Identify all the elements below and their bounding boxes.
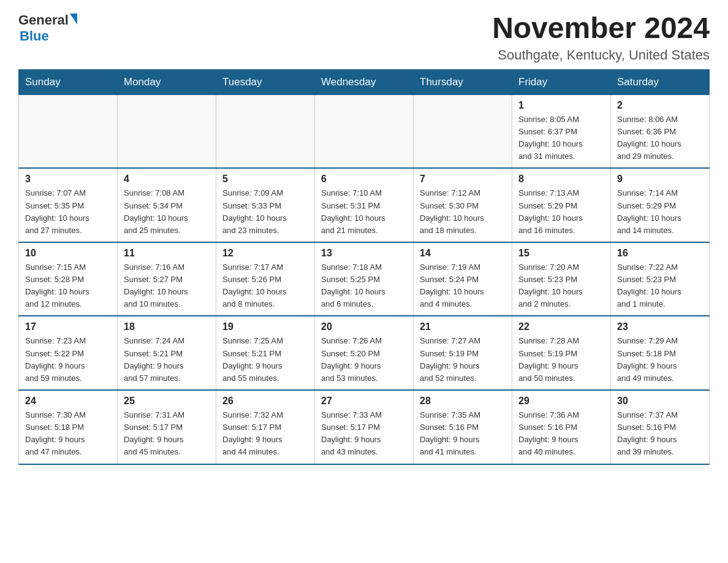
calendar-day-cell: 20Sunrise: 7:26 AM Sunset: 5:20 PM Dayli… bbox=[315, 316, 414, 390]
day-info: Sunrise: 7:24 AM Sunset: 5:21 PM Dayligh… bbox=[124, 335, 210, 385]
day-info: Sunrise: 7:23 AM Sunset: 5:22 PM Dayligh… bbox=[25, 335, 111, 385]
day-number: 10 bbox=[25, 248, 111, 259]
day-info: Sunrise: 7:26 AM Sunset: 5:20 PM Dayligh… bbox=[321, 335, 407, 385]
day-number: 27 bbox=[321, 396, 407, 407]
day-header-wednesday: Wednesday bbox=[315, 69, 414, 94]
calendar-week-row: 10Sunrise: 7:15 AM Sunset: 5:28 PM Dayli… bbox=[19, 242, 710, 316]
day-info: Sunrise: 7:32 AM Sunset: 5:17 PM Dayligh… bbox=[222, 409, 308, 459]
day-info: Sunrise: 8:05 AM Sunset: 6:37 PM Dayligh… bbox=[518, 113, 604, 163]
day-number: 6 bbox=[321, 174, 407, 185]
day-number: 28 bbox=[420, 396, 506, 407]
day-info: Sunrise: 7:28 AM Sunset: 5:19 PM Dayligh… bbox=[518, 335, 604, 385]
day-info: Sunrise: 7:12 AM Sunset: 5:30 PM Dayligh… bbox=[420, 187, 506, 237]
calendar-day-cell bbox=[118, 94, 216, 168]
day-number: 14 bbox=[420, 248, 506, 259]
calendar-day-cell: 6Sunrise: 7:10 AM Sunset: 5:31 PM Daylig… bbox=[315, 168, 414, 242]
calendar-week-row: 24Sunrise: 7:30 AM Sunset: 5:18 PM Dayli… bbox=[19, 390, 710, 464]
title-area: November 2024 Southgate, Kentucky, Unite… bbox=[492, 12, 710, 63]
day-info: Sunrise: 7:10 AM Sunset: 5:31 PM Dayligh… bbox=[321, 187, 407, 237]
day-number: 13 bbox=[321, 248, 407, 259]
logo: General Blue bbox=[18, 12, 77, 44]
calendar-week-row: 17Sunrise: 7:23 AM Sunset: 5:22 PM Dayli… bbox=[19, 316, 710, 390]
day-header-thursday: Thursday bbox=[414, 69, 512, 94]
day-info: Sunrise: 7:15 AM Sunset: 5:28 PM Dayligh… bbox=[25, 261, 111, 311]
day-number: 16 bbox=[617, 248, 703, 259]
day-number: 5 bbox=[222, 174, 308, 185]
calendar-day-cell: 19Sunrise: 7:25 AM Sunset: 5:21 PM Dayli… bbox=[216, 316, 315, 390]
month-title: November 2024 bbox=[492, 12, 710, 45]
calendar-day-cell: 27Sunrise: 7:33 AM Sunset: 5:17 PM Dayli… bbox=[315, 390, 414, 464]
calendar-day-cell: 3Sunrise: 7:07 AM Sunset: 5:35 PM Daylig… bbox=[19, 168, 118, 242]
calendar-day-cell: 18Sunrise: 7:24 AM Sunset: 5:21 PM Dayli… bbox=[118, 316, 216, 390]
day-number: 9 bbox=[617, 174, 703, 185]
day-number: 7 bbox=[420, 174, 506, 185]
day-info: Sunrise: 7:09 AM Sunset: 5:33 PM Dayligh… bbox=[222, 187, 308, 237]
calendar-day-cell: 23Sunrise: 7:29 AM Sunset: 5:18 PM Dayli… bbox=[611, 316, 710, 390]
day-number: 22 bbox=[518, 321, 604, 332]
calendar-day-cell: 15Sunrise: 7:20 AM Sunset: 5:23 PM Dayli… bbox=[512, 242, 611, 316]
calendar-day-cell: 1Sunrise: 8:05 AM Sunset: 6:37 PM Daylig… bbox=[512, 94, 611, 168]
day-number: 19 bbox=[222, 321, 308, 332]
day-header-sunday: Sunday bbox=[19, 69, 118, 94]
calendar-day-cell: 26Sunrise: 7:32 AM Sunset: 5:17 PM Dayli… bbox=[216, 390, 315, 464]
calendar-day-cell: 24Sunrise: 7:30 AM Sunset: 5:18 PM Dayli… bbox=[19, 390, 118, 464]
day-header-monday: Monday bbox=[118, 69, 216, 94]
day-number: 29 bbox=[518, 396, 604, 407]
calendar-day-cell: 30Sunrise: 7:37 AM Sunset: 5:16 PM Dayli… bbox=[611, 390, 710, 464]
calendar-day-cell: 13Sunrise: 7:18 AM Sunset: 5:25 PM Dayli… bbox=[315, 242, 414, 316]
logo-triangle-icon bbox=[70, 13, 77, 25]
day-number: 11 bbox=[124, 248, 210, 259]
calendar-day-cell: 5Sunrise: 7:09 AM Sunset: 5:33 PM Daylig… bbox=[216, 168, 315, 242]
day-number: 4 bbox=[124, 174, 210, 185]
day-info: Sunrise: 7:19 AM Sunset: 5:24 PM Dayligh… bbox=[420, 261, 506, 311]
day-info: Sunrise: 7:29 AM Sunset: 5:18 PM Dayligh… bbox=[617, 335, 703, 385]
day-header-tuesday: Tuesday bbox=[216, 69, 315, 94]
day-number: 26 bbox=[222, 396, 308, 407]
day-info: Sunrise: 8:06 AM Sunset: 6:36 PM Dayligh… bbox=[617, 113, 703, 163]
calendar-week-row: 1Sunrise: 8:05 AM Sunset: 6:37 PM Daylig… bbox=[19, 94, 710, 168]
day-number: 25 bbox=[124, 396, 210, 407]
day-number: 20 bbox=[321, 321, 407, 332]
day-info: Sunrise: 7:22 AM Sunset: 5:23 PM Dayligh… bbox=[617, 261, 703, 311]
day-info: Sunrise: 7:25 AM Sunset: 5:21 PM Dayligh… bbox=[222, 335, 308, 385]
calendar-table: SundayMondayTuesdayWednesdayThursdayFrid… bbox=[18, 69, 710, 465]
day-number: 3 bbox=[25, 174, 111, 185]
day-number: 18 bbox=[124, 321, 210, 332]
calendar-day-cell bbox=[414, 94, 512, 168]
calendar-day-cell bbox=[19, 94, 118, 168]
day-info: Sunrise: 7:08 AM Sunset: 5:34 PM Dayligh… bbox=[124, 187, 210, 237]
day-number: 23 bbox=[617, 321, 703, 332]
day-info: Sunrise: 7:35 AM Sunset: 5:16 PM Dayligh… bbox=[420, 409, 506, 459]
day-info: Sunrise: 7:36 AM Sunset: 5:16 PM Dayligh… bbox=[518, 409, 604, 459]
calendar-day-cell: 21Sunrise: 7:27 AM Sunset: 5:19 PM Dayli… bbox=[414, 316, 512, 390]
calendar-day-cell: 14Sunrise: 7:19 AM Sunset: 5:24 PM Dayli… bbox=[414, 242, 512, 316]
calendar-day-cell: 16Sunrise: 7:22 AM Sunset: 5:23 PM Dayli… bbox=[611, 242, 710, 316]
logo-blue-text: Blue bbox=[20, 28, 49, 44]
calendar-day-cell: 12Sunrise: 7:17 AM Sunset: 5:26 PM Dayli… bbox=[216, 242, 315, 316]
day-info: Sunrise: 7:14 AM Sunset: 5:29 PM Dayligh… bbox=[617, 187, 703, 237]
calendar-day-cell: 22Sunrise: 7:28 AM Sunset: 5:19 PM Dayli… bbox=[512, 316, 611, 390]
calendar-day-cell bbox=[216, 94, 315, 168]
calendar-day-cell bbox=[315, 94, 414, 168]
calendar-day-cell: 9Sunrise: 7:14 AM Sunset: 5:29 PM Daylig… bbox=[611, 168, 710, 242]
day-info: Sunrise: 7:27 AM Sunset: 5:19 PM Dayligh… bbox=[420, 335, 506, 385]
day-info: Sunrise: 7:17 AM Sunset: 5:26 PM Dayligh… bbox=[222, 261, 308, 311]
day-info: Sunrise: 7:33 AM Sunset: 5:17 PM Dayligh… bbox=[321, 409, 407, 459]
day-number: 30 bbox=[617, 396, 703, 407]
day-info: Sunrise: 7:18 AM Sunset: 5:25 PM Dayligh… bbox=[321, 261, 407, 311]
calendar-day-cell: 7Sunrise: 7:12 AM Sunset: 5:30 PM Daylig… bbox=[414, 168, 512, 242]
day-info: Sunrise: 7:07 AM Sunset: 5:35 PM Dayligh… bbox=[25, 187, 111, 237]
day-info: Sunrise: 7:30 AM Sunset: 5:18 PM Dayligh… bbox=[25, 409, 111, 459]
calendar-day-cell: 11Sunrise: 7:16 AM Sunset: 5:27 PM Dayli… bbox=[118, 242, 216, 316]
day-info: Sunrise: 7:16 AM Sunset: 5:27 PM Dayligh… bbox=[124, 261, 210, 311]
day-number: 17 bbox=[25, 321, 111, 332]
calendar-day-cell: 17Sunrise: 7:23 AM Sunset: 5:22 PM Dayli… bbox=[19, 316, 118, 390]
day-number: 2 bbox=[617, 100, 703, 111]
calendar-day-cell: 10Sunrise: 7:15 AM Sunset: 5:28 PM Dayli… bbox=[19, 242, 118, 316]
calendar-week-row: 3Sunrise: 7:07 AM Sunset: 5:35 PM Daylig… bbox=[19, 168, 710, 242]
day-number: 15 bbox=[518, 248, 604, 259]
day-number: 24 bbox=[25, 396, 111, 407]
day-number: 12 bbox=[222, 248, 308, 259]
day-header-saturday: Saturday bbox=[611, 69, 710, 94]
logo-general-text: General bbox=[18, 12, 69, 28]
